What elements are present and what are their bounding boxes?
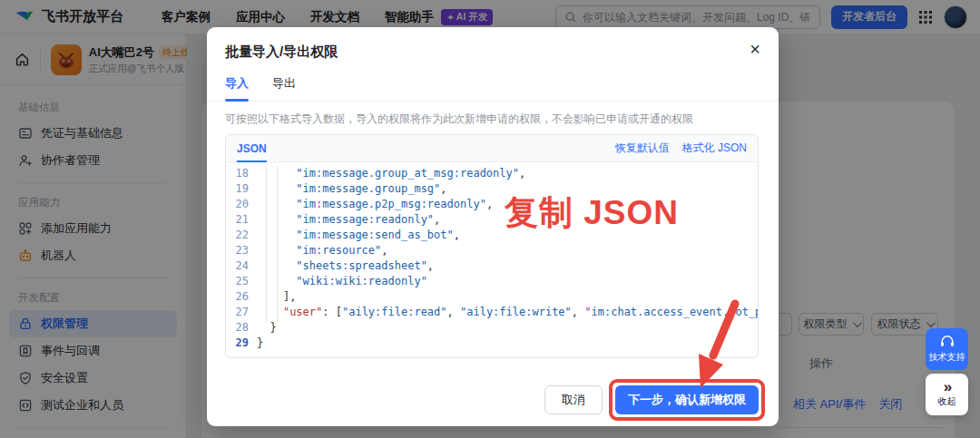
code-line[interactable]: 24 "sheets:spreadsheet", xyxy=(226,258,758,274)
collapse-button[interactable]: » 收起 xyxy=(926,374,968,415)
tab-import[interactable]: 导入 xyxy=(225,75,249,101)
code-line[interactable]: 25 "wiki:wiki:readonly" xyxy=(226,274,758,289)
line-number: 22 xyxy=(226,228,257,243)
json-editor: JSON 恢复默认值 格式化 JSON 18 "im:message.group… xyxy=(225,134,759,358)
line-number: 19 xyxy=(226,181,257,197)
line-number: 28 xyxy=(226,320,257,336)
editor-tab-json[interactable]: JSON xyxy=(237,135,267,161)
tab-export[interactable]: 导出 xyxy=(272,75,296,101)
line-number: 29 xyxy=(226,336,257,351)
tech-support-button[interactable]: 技术支持 xyxy=(926,328,968,370)
indent-guide xyxy=(266,166,267,322)
line-number: 20 xyxy=(226,197,257,212)
annotation-arrow xyxy=(682,299,755,394)
tech-support-label: 技术支持 xyxy=(929,351,965,364)
code-line[interactable]: 23 "im:resource", xyxy=(226,243,758,258)
cancel-button[interactable]: 取消 xyxy=(544,385,603,414)
close-icon[interactable]: × xyxy=(744,38,766,60)
line-number: 24 xyxy=(226,258,257,274)
code-text: "im:message:readonly", xyxy=(257,212,440,228)
collapse-label: 收起 xyxy=(938,395,956,408)
editor-header: JSON 恢复默认值 格式化 JSON xyxy=(226,135,758,162)
line-number: 26 xyxy=(226,289,257,305)
line-number: 23 xyxy=(226,243,257,258)
modal-title: 批量导入/导出权限 xyxy=(207,27,779,61)
code-line[interactable]: 26 ], xyxy=(226,289,758,305)
indent-guide xyxy=(277,166,278,322)
code-text: "wiki:wiki:readonly" xyxy=(257,274,427,289)
line-number: 27 xyxy=(226,305,257,320)
line-number: 18 xyxy=(226,166,257,181)
double-chevron-right-icon: » xyxy=(944,381,950,394)
reset-default-link[interactable]: 恢复默认值 xyxy=(615,141,670,156)
code-text: "sheets:spreadsheet", xyxy=(257,258,434,274)
format-json-link[interactable]: 格式化 JSON xyxy=(682,141,747,156)
modal-tabs: 导入 导出 xyxy=(207,61,779,102)
code-text: } xyxy=(257,320,277,336)
code-line[interactable]: 18 "im:message.group_at_msg:readonly", xyxy=(226,166,758,181)
code-text: "im:message.group_at_msg:readonly", xyxy=(257,166,525,181)
code-line[interactable]: 29} xyxy=(226,336,758,351)
code-text: "im:message.group_msg", xyxy=(257,181,447,197)
code-text: } xyxy=(257,336,263,351)
code-line[interactable]: 28 } xyxy=(226,320,758,336)
code-text: "im:message:send_as_bot", xyxy=(257,228,460,243)
code-line[interactable]: 27 "user": ["aily:file:read", "aily:file… xyxy=(226,305,758,320)
annotation-copy-json-label: 复制 JSON xyxy=(505,190,679,236)
headset-icon xyxy=(939,335,956,349)
line-number: 25 xyxy=(226,274,257,289)
import-description: 可按照以下格式导入数据，导入的权限将作为此次新增申请的权限，不会影响已申请或开通… xyxy=(207,102,779,127)
code-text: "im:message.p2p_msg:readonly", xyxy=(257,197,493,212)
line-number: 21 xyxy=(226,212,257,228)
